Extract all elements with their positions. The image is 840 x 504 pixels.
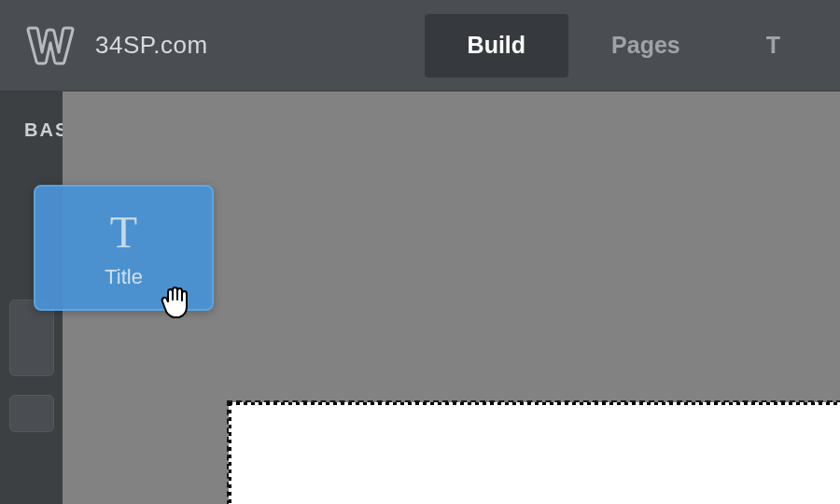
tab-build[interactable]: Build [425, 14, 569, 77]
logo-group: 34SP.com [26, 26, 208, 65]
site-name[interactable]: 34SP.com [95, 31, 208, 60]
sidebar-element-placeholder[interactable] [9, 300, 54, 376]
title-icon: T [110, 206, 137, 258]
grab-cursor-icon [157, 283, 192, 320]
tab-theme[interactable]: T [723, 14, 780, 77]
sidebar-section-title: BAS [0, 119, 63, 141]
page-dropzone[interactable] [229, 402, 840, 504]
app-header: 34SP.com Build Pages T [0, 0, 840, 91]
weebly-logo-icon [26, 26, 75, 65]
sidebar-element-placeholder[interactable] [9, 395, 54, 432]
tab-pages[interactable]: Pages [568, 14, 723, 77]
title-element-label: Title [105, 265, 143, 289]
nav-tabs: Build Pages T [425, 0, 780, 91]
